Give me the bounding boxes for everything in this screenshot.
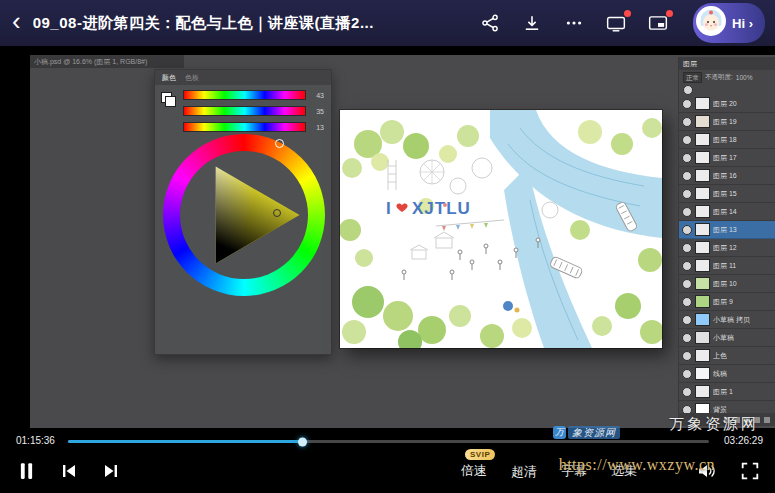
pause-button[interactable] (18, 462, 35, 480)
eye-icon (682, 207, 692, 217)
layer-row: 上色 (679, 347, 775, 365)
player-topbar: ‹ 09_08-进阶第四关：配色与上色｜讲座课(直播2... (0, 0, 775, 46)
more-icon[interactable] (563, 12, 585, 34)
layer-row: 小草稿 (679, 329, 775, 347)
eye-icon (682, 117, 692, 127)
tab-color: 颜色 (162, 73, 176, 83)
progress-thumb[interactable] (298, 437, 307, 446)
total-time: 03:26:29 (724, 435, 763, 446)
layer-row: 图层 15 (679, 185, 775, 203)
color-slider: 13 (183, 122, 324, 132)
eye-icon (682, 315, 692, 325)
blend-mode-select: 正常 (683, 72, 702, 83)
layer-thumbnail (695, 169, 710, 182)
user-account-button[interactable]: Hi › (693, 3, 765, 43)
layer-name: 线稿 (713, 369, 727, 379)
eye-icon (682, 279, 692, 289)
video-frame[interactable]: 小稿.psd @ 16.6% (图层 1, RGB/8#) 颜色 色板 4335… (0, 46, 775, 433)
slider-value: 13 (310, 124, 324, 131)
hue-marker-icon (275, 139, 284, 148)
share-icon[interactable] (479, 12, 501, 34)
layer-name: 图层 17 (713, 153, 737, 163)
back-button[interactable]: ‹ (10, 8, 23, 38)
blend-mode-row: 正常 不透明度: 100% (679, 70, 775, 84)
watermark-url: https://www.wxzyw.cn (559, 456, 715, 474)
eye-icon (682, 171, 692, 181)
layer-row: 图层 10 (679, 275, 775, 293)
speed-button[interactable]: 倍速 (461, 462, 487, 480)
opacity-value: 100% (736, 74, 753, 81)
layer-row: 小草稿 拷贝 (679, 311, 775, 329)
left-controls (0, 462, 119, 480)
cast-icon[interactable] (605, 12, 627, 34)
layer-row: 图层 11 (679, 257, 775, 275)
layer-thumbnail (695, 277, 710, 290)
topbar-actions: Hi › (479, 3, 765, 43)
eye-icon (682, 189, 692, 199)
video-title: 09_08-进阶第四关：配色与上色｜讲座课(直播2... (33, 14, 374, 33)
eye-icon (682, 297, 692, 307)
color-panel: 颜色 色板 433513 (154, 69, 332, 355)
artboard-canvas: I XJTLU (340, 110, 662, 348)
layer-thumbnail (695, 241, 710, 254)
fullscreen-icon[interactable] (741, 462, 759, 480)
layer-name: 图层 13 (713, 225, 737, 235)
layer-row: 图层 18 (679, 131, 775, 149)
pip-icon[interactable] (647, 12, 669, 34)
color-slider: 35 (183, 106, 324, 116)
progress-bar[interactable] (68, 440, 709, 443)
slider-value: 35 (310, 108, 324, 115)
next-button[interactable] (103, 464, 119, 478)
layer-row: 图层 13 (679, 221, 775, 239)
layer-thumbnail (695, 133, 710, 146)
layer-name: 图层 16 (713, 171, 737, 181)
video-player: ‹ 09_08-进阶第四关：配色与上色｜讲座课(直播2... (0, 0, 775, 493)
layer-thumbnail (695, 385, 710, 398)
background-swatch (165, 96, 176, 107)
layers-list: 图层 20图层 19图层 18图层 17图层 16图层 15图层 14图层 13… (679, 95, 775, 413)
sv-marker-icon (273, 209, 281, 217)
layer-row: 图层 12 (679, 239, 775, 257)
layer-thumbnail (695, 97, 710, 110)
slider-gradient-bar (183, 122, 306, 132)
previous-button[interactable] (61, 464, 77, 478)
layer-name: 背景 (713, 405, 727, 414)
layer-name: 图层 14 (713, 207, 737, 217)
watermark-site-name: 万象资源网 (669, 415, 759, 434)
layer-thumbnail (695, 367, 710, 380)
current-time: 01:15:36 (16, 435, 55, 446)
layer-name: 图层 9 (713, 297, 733, 307)
layer-name: 上色 (713, 351, 727, 361)
document-tab: 小稿.psd @ 16.6% (图层 1, RGB/8#) (30, 55, 184, 68)
layer-thumbnail (695, 187, 710, 200)
slider-value: 43 (310, 92, 324, 99)
eye-icon (682, 369, 692, 379)
slider-gradient-bar (183, 106, 306, 116)
color-sliders: 433513 (183, 90, 324, 132)
opacity-label: 不透明度: (705, 73, 733, 82)
layer-row: 图层 19 (679, 113, 775, 131)
layer-thumbnail (695, 331, 710, 344)
layer-thumbnail (695, 295, 710, 308)
svip-badge: SVIP (465, 449, 495, 460)
tab-layers: 图层 (683, 59, 697, 69)
layer-thumbnail (695, 349, 710, 362)
layer-name: 图层 19 (713, 117, 737, 127)
eye-icon (682, 99, 692, 109)
quality-label: 超清 (511, 464, 537, 479)
layers-panel: 图层 正常 不透明度: 100% 图层 20图层 19图层 18图层 17图层 … (678, 57, 775, 426)
eye-icon (682, 261, 692, 271)
illustration: I XJTLU (340, 110, 662, 348)
quality-button[interactable]: SVIP 超清 (511, 462, 537, 481)
layer-name: 图层 15 (713, 189, 737, 199)
lock-icon (683, 85, 693, 95)
layer-thumbnail (695, 313, 710, 326)
canvas-text-name: XJTLU (412, 199, 471, 218)
layer-thumbnail (695, 115, 710, 128)
layer-thumbnail (695, 151, 710, 164)
layer-row: 图层 14 (679, 203, 775, 221)
layer-name: 小草稿 (713, 333, 734, 343)
layers-panel-header: 图层 (679, 57, 775, 70)
download-icon[interactable] (521, 12, 543, 34)
eye-icon (682, 333, 692, 343)
